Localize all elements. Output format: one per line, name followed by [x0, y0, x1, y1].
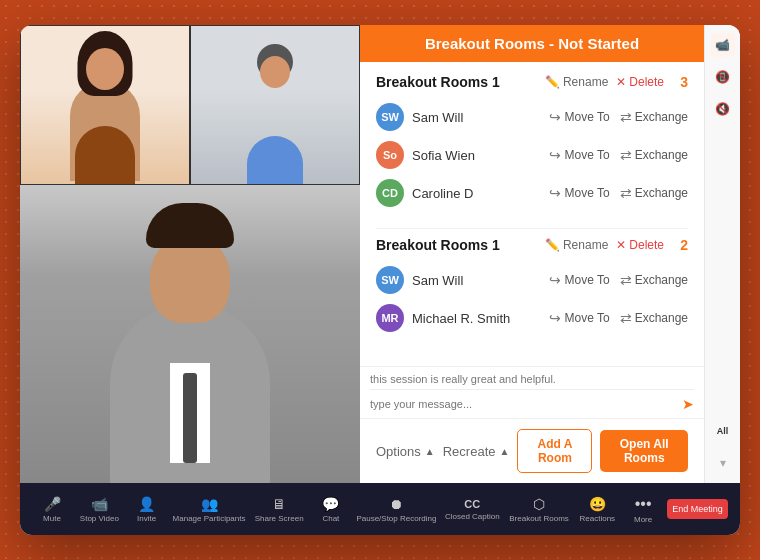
options-button[interactable]: Options ▲: [376, 444, 435, 459]
avatar-sw1: SW: [376, 103, 404, 131]
main-area: Breakout Rooms - Not Started Breakout Ro…: [20, 25, 740, 483]
room-2-header: Breakout Rooms 1 ✏️ Rename ✕ Delete 2: [376, 237, 688, 253]
avatar-woman: [21, 26, 189, 185]
avatar-cd: CD: [376, 179, 404, 207]
participant-actions-michael: ↪ Move To ⇄ Exchange: [549, 310, 688, 326]
exchange-caroline[interactable]: ⇄ Exchange: [620, 185, 688, 201]
exchange-icon: ⇄: [620, 109, 632, 125]
participant-actions-sofia: ↪ Move To ⇄ Exchange: [549, 147, 688, 163]
close-icon: ✕: [616, 75, 626, 89]
participant-name-michael: Michael R. Smith: [412, 311, 541, 326]
share-screen-button[interactable]: 🖥 Share Screen: [251, 492, 306, 527]
closed-caption-button[interactable]: CC Closed Caption: [442, 494, 503, 525]
invite-icon: 👤: [138, 496, 155, 512]
arrow-right-icon: ↪: [549, 310, 561, 326]
add-room-button[interactable]: Add A Room: [517, 429, 592, 473]
invite-button[interactable]: 👤 Invite: [127, 492, 167, 527]
all-label: All: [717, 426, 729, 436]
room-1-rename[interactable]: ✏️ Rename: [545, 75, 608, 89]
reactions-label: Reactions: [580, 514, 616, 523]
pencil-icon: ✏️: [545, 75, 560, 89]
chevron-up-icon: ▲: [499, 446, 509, 457]
participant-name-caroline: Caroline D: [412, 186, 541, 201]
all-participants-button[interactable]: All: [711, 419, 735, 443]
more-icon: •••: [635, 495, 652, 513]
chevron-up-icon: ▲: [425, 446, 435, 457]
participant-row: MR Michael R. Smith ↪ Move To ⇄ Exchange: [376, 299, 688, 337]
exchange-sofia[interactable]: ⇄ Exchange: [620, 147, 688, 163]
manage-participants-button[interactable]: 👥 Manage Participants: [171, 492, 248, 527]
main-speaker: [20, 185, 360, 483]
room-1-actions: ✏️ Rename ✕ Delete 3: [545, 74, 688, 90]
chat-message-text: this session is really great and helpful…: [370, 373, 556, 385]
chat-icon: 💬: [322, 496, 339, 512]
breakout-header: Breakout Rooms - Not Started: [360, 25, 704, 62]
stop-video-button[interactable]: 📹 Stop Video: [76, 492, 123, 527]
mute-label: Mute: [43, 514, 61, 523]
mute-button[interactable]: 🎤 Mute: [32, 492, 72, 527]
more-button[interactable]: ••• More: [623, 491, 663, 528]
participant-name-sw2: Sam Will: [412, 273, 541, 288]
pencil-icon: ✏️: [545, 238, 560, 252]
avatar-so: So: [376, 141, 404, 169]
chat-area: this session is really great and helpful…: [360, 366, 704, 418]
more-label: More: [634, 515, 652, 524]
room-2-actions: ✏️ Rename ✕ Delete 2: [545, 237, 688, 253]
avatar-sw2: SW: [376, 266, 404, 294]
face: [86, 48, 124, 90]
avatar-man: [191, 26, 359, 185]
move-to-caroline[interactable]: ↪ Move To: [549, 185, 609, 201]
participants-icon: 👥: [201, 496, 218, 512]
video-area: [20, 25, 360, 483]
section-divider: [376, 228, 688, 229]
exchange-sw1[interactable]: ⇄ Exchange: [620, 109, 688, 125]
send-icon[interactable]: ➤: [682, 396, 694, 412]
reactions-button[interactable]: 😀 Reactions: [576, 492, 620, 527]
room-1-delete[interactable]: ✕ Delete: [616, 75, 664, 89]
thumbnail-woman: [20, 25, 190, 185]
cc-icon: CC: [464, 498, 480, 510]
recording-button[interactable]: ⏺ Pause/Stop Recording: [355, 492, 438, 527]
manage-participants-label: Manage Participants: [173, 514, 246, 523]
reactions-icon: 😀: [589, 496, 606, 512]
chat-button[interactable]: 💬 Chat: [311, 492, 351, 527]
participant-actions-sw2: ↪ Move To ⇄ Exchange: [549, 272, 688, 288]
breakout-icon: ⬡: [533, 496, 545, 512]
move-to-sofia[interactable]: ↪ Move To: [549, 147, 609, 163]
mic-off-icon[interactable]: 🔇: [711, 97, 735, 121]
toolbar: 🎤 Mute 📹 Stop Video 👤 Invite 👥 Manage Pa…: [20, 483, 740, 535]
open-all-rooms-button[interactable]: Open All Rooms: [600, 430, 688, 472]
video-thumbnails: [20, 25, 360, 185]
move-to-sw2[interactable]: ↪ Move To: [549, 272, 609, 288]
options-label: Options: [376, 444, 421, 459]
room-2-rename[interactable]: ✏️ Rename: [545, 238, 608, 252]
room-1-header: Breakout Rooms 1 ✏️ Rename ✕ Delete 3: [376, 74, 688, 90]
room-1-count: 3: [672, 74, 688, 90]
end-meeting-label: End Meeting: [672, 504, 723, 514]
breakout-footer: Options ▲ Recreate ▲ Add A Room Open All…: [360, 418, 704, 483]
chat-input[interactable]: [370, 398, 676, 410]
participant-actions-sw1: ↪ Move To ⇄ Exchange: [549, 109, 688, 125]
video-icon[interactable]: 📹: [711, 33, 735, 57]
breakout-rooms-button[interactable]: ⬡ Breakout Rooms: [507, 492, 572, 527]
participant-actions-caroline: ↪ Move To ⇄ Exchange: [549, 185, 688, 201]
app-window: Breakout Rooms - Not Started Breakout Ro…: [20, 25, 740, 535]
exchange-michael[interactable]: ⇄ Exchange: [620, 310, 688, 326]
move-to-sw1[interactable]: ↪ Move To: [549, 109, 609, 125]
mute-icon: 🎤: [44, 496, 61, 512]
exchange-sw2[interactable]: ⇄ Exchange: [620, 272, 688, 288]
room-1-title: Breakout Rooms 1: [376, 74, 500, 90]
room-2-delete[interactable]: ✕ Delete: [616, 238, 664, 252]
room-2-title: Breakout Rooms 1: [376, 237, 500, 253]
chat-message: this session is really great and helpful…: [370, 373, 694, 385]
camera-off-icon[interactable]: 📵: [711, 65, 735, 89]
chevron-down-icon[interactable]: ▾: [711, 451, 735, 475]
video-main: [20, 185, 360, 483]
share-screen-icon: 🖥: [272, 496, 286, 512]
chat-label: Chat: [322, 514, 339, 523]
recreate-button[interactable]: Recreate ▲: [443, 444, 510, 459]
move-to-michael[interactable]: ↪ Move To: [549, 310, 609, 326]
end-meeting-button[interactable]: End Meeting: [667, 499, 728, 519]
participant-row: CD Caroline D ↪ Move To ⇄ Exchange: [376, 174, 688, 212]
body: [75, 126, 135, 185]
